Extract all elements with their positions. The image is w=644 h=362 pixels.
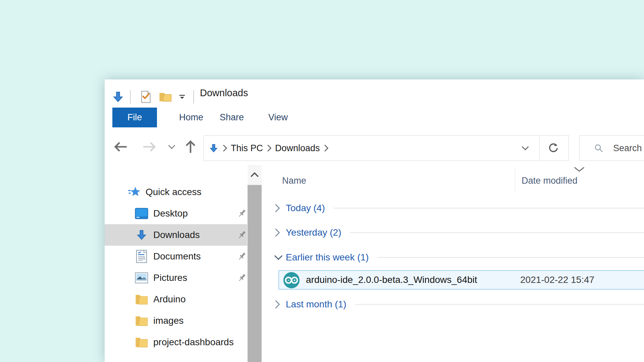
address-bar[interactable]: This PC Downloads [204,135,569,161]
group-divider-line [377,257,644,258]
column-header-date-modified[interactable]: Date modified [522,176,578,186]
folder-icon [135,314,148,327]
forward-arrow-icon [142,141,157,153]
pin-icon [236,208,247,219]
sidebar-item-label: Pictures [153,273,187,283]
desktop-icon [135,207,148,220]
pin-icon [236,230,247,240]
group-divider-line [334,208,644,208]
sidebar-item-arduino[interactable]: Arduino [105,289,247,310]
group-label: Today (4) [286,203,325,214]
qat-separator [130,90,130,104]
group-header-last-month[interactable]: Last month (1) [274,297,644,312]
qat-downloads-button[interactable] [111,89,125,104]
folder-icon [135,293,148,306]
chevron-right-icon[interactable] [274,228,286,237]
breadcrumb-chevron-icon [266,144,272,152]
search-input[interactable]: Search [579,135,644,161]
tab-file[interactable]: File [112,108,157,127]
group-label: Last month (1) [286,299,346,310]
downloads-arrow-icon [209,143,219,154]
search-icon [594,143,604,153]
content-area: Quick access Desktop Downloads Doc [105,165,644,362]
scrollbar-thumb[interactable] [248,185,262,362]
up-arrow-icon [184,139,197,154]
document-icon [135,250,148,263]
chevron-down-icon [521,145,530,152]
check-document-icon [140,90,152,103]
pictures-icon [135,271,148,285]
file-date-modified: 2021-02-22 15:47 [520,275,594,285]
breadcrumb-chevron-icon [222,144,227,152]
group-header-yesterday[interactable]: Yesterday (2) [274,225,644,240]
sidebar-item-downloads[interactable]: Downloads [105,224,247,246]
sidebar-item-label: Quick access [146,187,202,197]
address-bar-separator [539,136,540,161]
tab-home[interactable]: Home [179,108,203,127]
tab-view[interactable]: View [268,108,288,127]
breadcrumb-chevron-icon [323,144,329,152]
chevron-right-icon[interactable] [274,300,286,309]
chevron-right-icon[interactable] [274,203,286,213]
group-label: Yesterday (2) [286,227,341,238]
explorer-window: Downloads File Home Share View [105,79,644,362]
qat-separator [194,90,194,104]
sidebar-item-label: Arduino [153,294,186,305]
refresh-icon [548,142,559,154]
column-separator[interactable] [515,168,515,193]
chevron-down-icon[interactable] [274,254,286,261]
sidebar-item-label: project-dashboards [153,337,234,348]
breadcrumb-this-pc[interactable]: This PC [231,143,263,154]
group-label: Earlier this week (1) [286,252,369,263]
chevron-up-icon [250,172,259,178]
qat-customize-button[interactable] [175,89,189,104]
sidebar-item-label: Downloads [153,230,200,240]
title-bar: Downloads [105,79,644,108]
file-row-arduino-ide[interactable]: arduino-ide_2.0.0-beta.3_Windows_64bit 2… [278,270,644,290]
customize-toolbar-chevron-icon [178,94,186,100]
address-history-button[interactable] [521,136,530,161]
arduino-icon [283,272,300,289]
sidebar-item-label: Desktop [153,208,188,219]
tab-share[interactable]: Share [220,108,244,127]
column-header-name[interactable]: Name [282,176,306,186]
qat-new-folder-button[interactable] [158,89,173,104]
downloads-arrow-icon [135,228,148,242]
group-divider-line [350,232,644,233]
chevron-down-icon [167,143,176,150]
pin-icon [236,251,247,262]
sidebar-item-project-dashboards[interactable]: project-dashboards [105,331,247,353]
pin-icon [236,273,247,283]
sidebar-item-quick-access[interactable]: Quick access [105,181,247,203]
downloads-arrow-icon [112,90,124,104]
refresh-button[interactable] [543,136,564,161]
sidebar-item-label: Documents [153,251,201,262]
menu-bar: File Home Share View [105,108,644,128]
breadcrumb-downloads[interactable]: Downloads [275,143,320,154]
sidebar-item-desktop[interactable]: Desktop [105,203,247,224]
sidebar-item-label: images [153,315,183,326]
navigation-bar: This PC Downloads [105,127,644,165]
group-header-today[interactable]: Today (4) [274,201,644,216]
sidebar-item-documents[interactable]: Documents [105,246,247,267]
up-button[interactable] [182,139,199,155]
sidebar-item-images[interactable]: images [105,310,247,331]
forward-button[interactable] [141,139,157,155]
group-header-earlier-this-week[interactable]: Earlier this week (1) [274,250,644,265]
recent-locations-button[interactable] [164,139,179,155]
group-divider-line [355,304,644,305]
sort-chevron-icon [574,166,585,172]
window-title: Downloads [200,87,248,99]
back-arrow-icon [113,141,128,153]
file-name: arduino-ide_2.0.0-beta.3_Windows_64bit [306,275,477,285]
scrollbar-up-button[interactable] [248,165,262,184]
new-folder-icon [159,91,172,103]
search-placeholder: Search [613,143,642,154]
quick-access-star-icon [128,185,142,199]
qat-properties-button[interactable] [139,89,153,104]
back-button[interactable] [113,139,129,155]
folder-icon [135,336,148,349]
sidebar-scrollbar[interactable] [248,165,262,362]
sidebar-item-pictures[interactable]: Pictures [105,267,247,289]
